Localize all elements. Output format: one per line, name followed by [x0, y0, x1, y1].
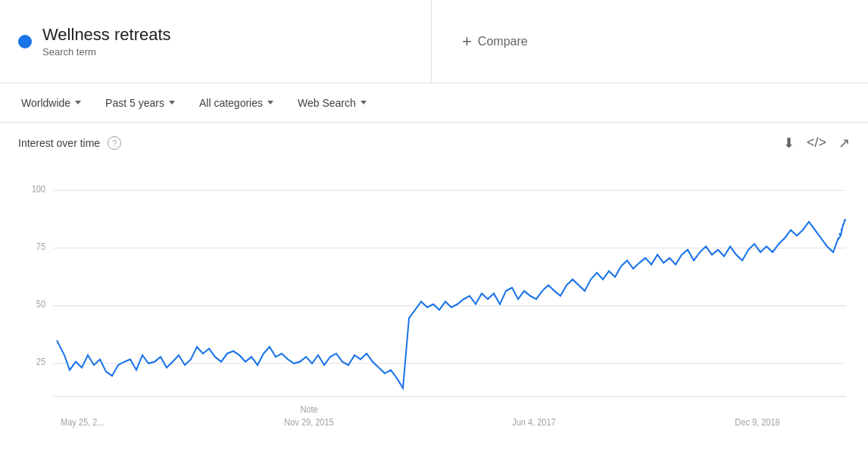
filter-bar: Worldwide Past 5 years All categories We… — [0, 83, 868, 123]
search-term-section: Wellness retreats Search term — [0, 0, 432, 83]
chart-section: Interest over time ? ⬇ </> ↗ 100 75 50 2… — [0, 123, 868, 438]
svg-text:Note: Note — [300, 405, 317, 414]
chart-header: Interest over time ? ⬇ </> ↗ — [15, 123, 853, 157]
search-type-filter-label: Web Search — [298, 97, 356, 109]
download-icon[interactable]: ⬇ — [783, 135, 795, 151]
category-filter-button[interactable]: All categories — [190, 92, 283, 114]
category-chevron-icon — [267, 101, 273, 104]
compare-plus-icon: + — [462, 32, 472, 51]
compare-label: Compare — [478, 35, 528, 48]
compare-section: + Compare — [432, 0, 868, 83]
svg-text:25: 25 — [36, 357, 45, 366]
trend-chart-svg: 100 75 50 25 Note May 25, 2... Nov 29, 2… — [15, 157, 853, 438]
svg-text:Jun 4, 2017: Jun 4, 2017 — [512, 417, 555, 426]
search-type-chevron-icon — [361, 101, 367, 104]
embed-icon[interactable]: </> — [807, 135, 826, 151]
search-type-filter-button[interactable]: Web Search — [289, 92, 376, 114]
time-filter-button[interactable]: Past 5 years — [96, 92, 184, 114]
chart-actions: ⬇ </> ↗ — [783, 135, 850, 151]
time-chevron-icon — [169, 101, 175, 104]
chart-title-area: Interest over time ? — [18, 136, 121, 150]
compare-button[interactable]: + Compare — [462, 32, 528, 51]
svg-text:Dec 9, 2018: Dec 9, 2018 — [735, 417, 779, 426]
help-icon[interactable]: ? — [108, 136, 121, 150]
search-term-dot — [18, 35, 32, 48]
category-filter-label: All categories — [199, 97, 263, 109]
svg-text:Nov 29, 2015: Nov 29, 2015 — [284, 417, 333, 426]
chart-title: Interest over time — [18, 137, 100, 149]
search-term-title: Wellness retreats — [42, 25, 171, 45]
geo-chevron-icon — [75, 101, 81, 104]
search-term-subtitle: Search term — [42, 46, 171, 58]
trend-line — [57, 220, 845, 388]
chart-wrapper: 100 75 50 25 Note May 25, 2... Nov 29, 2… — [15, 157, 853, 438]
svg-text:50: 50 — [36, 300, 45, 309]
search-term-text: Wellness retreats Search term — [42, 25, 171, 58]
svg-text:May 25, 2...: May 25, 2... — [61, 417, 104, 426]
time-filter-label: Past 5 years — [105, 97, 164, 109]
geo-filter-label: Worldwide — [21, 97, 70, 109]
svg-text:75: 75 — [36, 241, 45, 251]
geo-filter-button[interactable]: Worldwide — [12, 92, 90, 114]
page-header: Wellness retreats Search term + Compare — [0, 0, 868, 83]
share-icon[interactable]: ↗ — [838, 135, 850, 151]
svg-text:100: 100 — [32, 184, 45, 193]
